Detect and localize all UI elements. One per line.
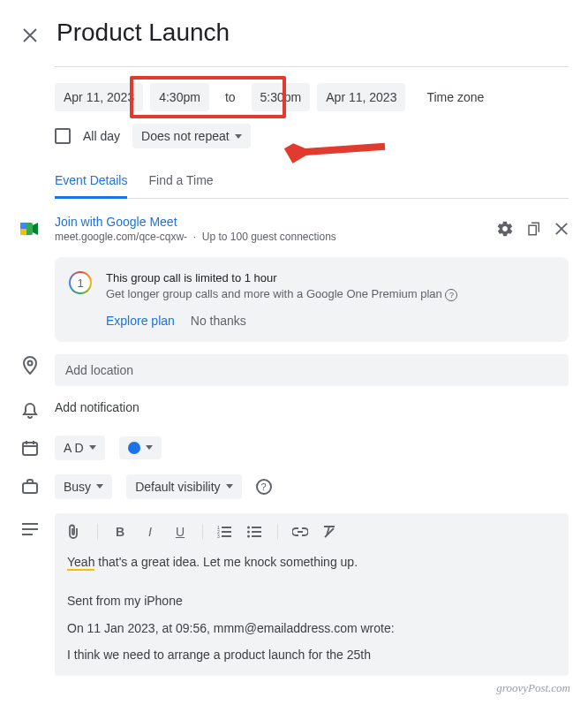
repeat-label: Does not repeat — [141, 129, 230, 143]
description-editor[interactable]: B I U 123 Yeah that's a great idea. Let … — [55, 513, 569, 676]
svg-rect-4 — [23, 443, 37, 455]
meet-copy-icon[interactable] — [526, 221, 542, 237]
svg-rect-5 — [23, 483, 37, 493]
tab-event-details[interactable]: Event Details — [55, 173, 127, 199]
location-input[interactable]: Add location — [55, 354, 569, 386]
briefcase-icon — [19, 476, 41, 497]
help-icon[interactable]: ? — [445, 289, 457, 301]
event-color-dropdown[interactable] — [119, 436, 162, 459]
busy-dropdown[interactable]: Busy — [55, 474, 112, 499]
all-day-checkbox[interactable] — [55, 128, 71, 144]
google-one-icon: 1 — [69, 271, 92, 294]
visibility-dropdown[interactable]: Default visibility — [126, 474, 241, 499]
to-label: to — [216, 83, 245, 111]
italic-icon[interactable]: I — [142, 525, 158, 539]
location-icon — [19, 354, 41, 375]
event-title-input[interactable] — [55, 18, 569, 52]
chevron-down-icon — [89, 445, 96, 450]
meet-remove-icon[interactable] — [554, 222, 569, 236]
svg-point-3 — [28, 360, 33, 365]
add-notification-button[interactable]: Add notification — [55, 400, 139, 414]
svg-point-9 — [247, 526, 250, 528]
explore-plan-link[interactable]: Explore plan — [106, 314, 175, 328]
no-thanks-link[interactable]: No thanks — [191, 314, 246, 328]
svg-point-11 — [247, 534, 250, 537]
help-icon[interactable]: ? — [256, 479, 272, 495]
chevron-down-icon — [146, 445, 153, 450]
repeat-dropdown[interactable]: Does not repeat — [132, 124, 251, 148]
start-date-chip[interactable]: Apr 11, 2023 — [55, 83, 143, 111]
all-day-label: All day — [83, 129, 120, 143]
join-meet-link[interactable]: Join with Google Meet — [55, 215, 482, 229]
bold-icon[interactable]: B — [112, 525, 128, 539]
promo-subtitle: Get longer group calls and more with a G… — [106, 287, 554, 301]
description-icon — [19, 519, 41, 540]
end-time-chip[interactable]: 5:30pm — [252, 83, 311, 111]
end-date-chip[interactable]: Apr 11, 2023 — [317, 83, 405, 111]
bullet-list-icon[interactable] — [247, 526, 263, 538]
editor-toolbar: B I U 123 — [67, 524, 556, 540]
color-dot-icon — [128, 442, 140, 454]
close-icon[interactable] — [19, 25, 41, 46]
notification-icon — [19, 400, 41, 421]
attach-icon[interactable] — [67, 524, 83, 540]
calendar-owner-dropdown[interactable]: A D — [55, 436, 105, 460]
svg-rect-1 — [20, 223, 26, 229]
underline-icon[interactable]: U — [172, 525, 188, 539]
meet-url-label: meet.google.com/qce-cqxw- · Up to 100 gu… — [55, 231, 482, 243]
watermark: groovyPost.com — [496, 681, 570, 695]
svg-point-10 — [247, 530, 250, 533]
calendar-icon — [19, 437, 41, 459]
start-time-chip[interactable]: 4:30pm — [150, 83, 209, 111]
spellcheck-word: Yeah — [67, 555, 94, 571]
google-meet-icon — [19, 218, 41, 239]
clear-format-icon[interactable] — [322, 525, 338, 539]
google-one-promo: 1 This group call is limited to 1 hour G… — [55, 257, 569, 342]
link-icon[interactable] — [292, 527, 308, 536]
title-divider — [55, 66, 569, 67]
tab-find-a-time[interactable]: Find a Time — [148, 173, 213, 198]
svg-text:3: 3 — [217, 534, 220, 538]
chevron-down-icon — [96, 484, 103, 489]
chevron-down-icon — [226, 484, 233, 489]
svg-rect-2 — [20, 229, 26, 235]
meet-settings-icon[interactable] — [496, 220, 514, 238]
numbered-list-icon[interactable]: 123 — [217, 526, 233, 538]
timezone-button[interactable]: Time zone — [418, 83, 493, 111]
promo-title: This group call is limited to 1 hour — [106, 271, 554, 284]
chevron-down-icon — [235, 134, 242, 139]
